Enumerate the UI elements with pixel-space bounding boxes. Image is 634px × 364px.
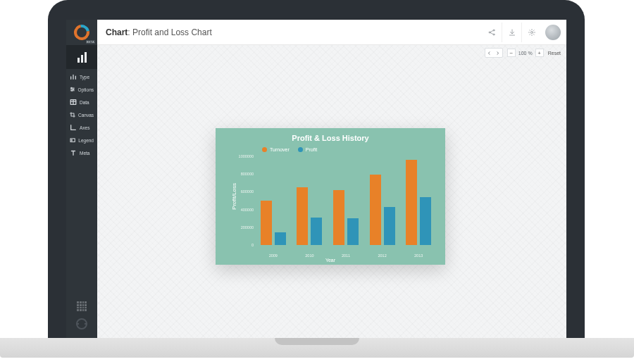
sidebar-item-label: Options — [78, 87, 94, 92]
xtick-label: 2010 — [305, 253, 313, 258]
ytick-label: 1000000 — [232, 154, 254, 158]
legend-item-profit: Profit — [298, 147, 317, 152]
reset-zoom-button[interactable]: Reset — [548, 51, 561, 56]
ytick-label: 0 — [232, 243, 254, 247]
share-button[interactable] — [482, 23, 502, 42]
sidebar: Type Options Data Canvas — [66, 45, 97, 338]
sidebar-item-meta[interactable]: Meta — [66, 146, 97, 159]
legend-icon — [70, 137, 75, 144]
legend-swatch — [298, 147, 303, 152]
sidebar-item-label: Axes — [80, 125, 89, 130]
pan-right-button[interactable] — [494, 49, 502, 57]
bar-turnover — [333, 190, 344, 245]
download-icon — [508, 28, 516, 37]
sidebar-item-options[interactable]: Options — [66, 83, 97, 96]
bar-profit — [311, 218, 322, 245]
xtick-label: 2009 — [269, 253, 278, 258]
bar-turnover — [406, 160, 417, 245]
legend-swatch — [262, 147, 267, 152]
app-logo[interactable]: BETA — [66, 20, 97, 45]
help-icon[interactable] — [76, 318, 87, 330]
ytick-label: 600000 — [232, 189, 254, 194]
bar-turnover — [297, 187, 308, 245]
ytick-label: 800000 — [232, 172, 254, 176]
ytick-label: 200000 — [232, 225, 254, 230]
sidebar-item-data[interactable]: Data — [66, 96, 97, 108]
bar-profit — [347, 218, 359, 245]
chart-card[interactable]: Profit & Loss History Turnover Profit — [216, 128, 445, 265]
zoom-value: 100 % — [518, 51, 533, 56]
bar-profit — [275, 232, 286, 245]
pan-left-button[interactable] — [485, 49, 494, 57]
chart-yticks: 02000004000006000008000001000000 — [232, 156, 254, 245]
app-header: BETA Chart: Profit and Loss Chart — [66, 20, 566, 45]
page-title-type: Chart — [106, 27, 128, 37]
sidebar-item-label: Canvas — [78, 113, 94, 118]
header-actions — [482, 23, 566, 42]
ytick-label: 400000 — [232, 208, 254, 212]
share-icon — [487, 28, 496, 37]
sidebar-item-legend[interactable]: Legend — [66, 134, 97, 146]
table-icon — [70, 99, 77, 106]
legend-label: Profit — [306, 147, 317, 152]
zoom-controls: − 100 % + — [507, 49, 544, 57]
bar-turnover — [370, 175, 381, 245]
bar-profit — [384, 207, 395, 245]
sliders-icon — [70, 86, 75, 93]
zoom-in-button[interactable]: + — [535, 49, 544, 57]
sidebar-item-label: Type — [80, 75, 89, 80]
chart-title: Profit & Loss History — [216, 134, 445, 142]
sidebar-items: Type Options Data Canvas — [66, 69, 97, 159]
legend-item-turnover: Turnover — [262, 147, 290, 152]
sidebar-section-chart[interactable] — [66, 45, 97, 69]
canvas-area[interactable]: − 100 % + Reset Profit & Loss History — [97, 45, 566, 338]
user-avatar[interactable] — [545, 25, 561, 40]
svg-rect-8 — [70, 139, 75, 142]
chart-legend: Turnover Profit — [262, 147, 317, 152]
app-window: BETA Chart: Profit and Loss Chart — [66, 20, 566, 338]
canvas-toolbar: − 100 % + Reset — [485, 48, 561, 58]
sidebar-item-axes[interactable]: Axes — [66, 121, 97, 134]
page-title: Chart: Profit and Loss Chart — [97, 27, 212, 37]
xtick-label: 2013 — [414, 253, 423, 258]
legend-label: Turnover — [270, 147, 290, 152]
bar-turnover — [261, 201, 272, 245]
gear-icon — [528, 28, 536, 37]
bar-profit — [420, 197, 431, 245]
crop-icon — [70, 111, 75, 118]
laptop-base — [0, 338, 634, 358]
svg-point-3 — [530, 31, 533, 33]
logo-badge: BETA — [86, 40, 95, 44]
chart-bars-icon — [77, 52, 87, 63]
page-title-name: : Profit and Loss Chart — [128, 27, 211, 37]
chart-xlabel: Year — [216, 258, 445, 263]
grid-launcher-icon[interactable] — [77, 301, 87, 311]
chart-bars — [255, 156, 437, 245]
sidebar-item-label: Meta — [80, 151, 89, 156]
sidebar-item-type[interactable]: Type — [66, 70, 97, 83]
chart-plot-area: 02000004000006000008000001000000 2009201… — [255, 156, 437, 245]
sidebar-item-canvas[interactable]: Canvas — [66, 108, 97, 121]
zoom-out-button[interactable]: − — [507, 49, 516, 57]
xtick-label: 2011 — [342, 253, 350, 258]
settings-button[interactable] — [521, 23, 541, 42]
download-button[interactable] — [502, 23, 521, 42]
sidebar-item-label: Data — [80, 100, 89, 105]
xtick-label: 2012 — [378, 253, 386, 258]
bars-icon — [70, 73, 77, 80]
text-t-icon — [70, 149, 77, 156]
axes-icon — [70, 124, 77, 131]
pan-controls — [485, 48, 503, 58]
sidebar-item-label: Legend — [78, 138, 94, 143]
